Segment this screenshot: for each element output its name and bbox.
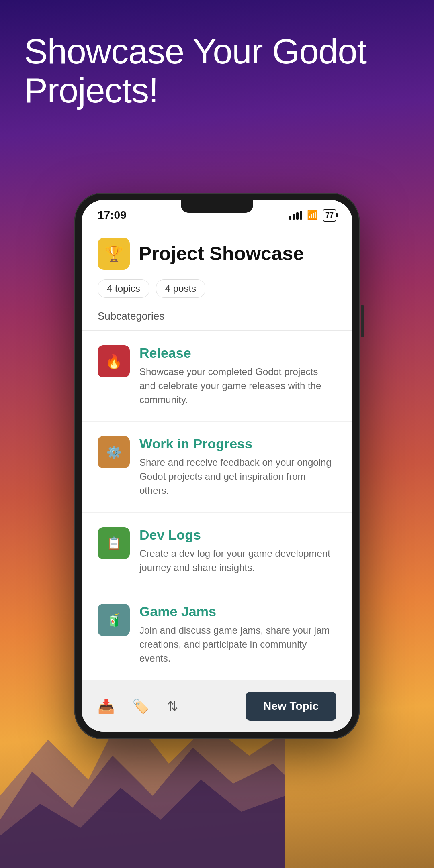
topics-badge[interactable]: 4 topics (98, 279, 149, 298)
battery-icon: 77 (323, 209, 336, 222)
signal-icon (289, 211, 302, 220)
app-content: 🏆 Project Showcase 4 topics 4 posts Subc… (82, 226, 352, 331)
phone-screen: 17:09 📶 77 🏆 Pro (82, 200, 352, 732)
gamejams-icon: 🧃 (98, 604, 130, 636)
devlogs-name: Dev Logs (139, 527, 336, 543)
list-item[interactable]: 📋 Dev Logs Create a dev log for your gam… (82, 513, 352, 590)
release-desc: Showcase your completed Godot projects a… (139, 365, 336, 407)
inbox-icon[interactable]: 📥 (98, 698, 115, 714)
gamejams-name: Game Jams (139, 604, 336, 619)
subcategories-list: 🔥 Release Showcase your completed Godot … (82, 331, 352, 681)
gamejams-text: Game Jams Join and discuss game jams, sh… (139, 604, 336, 665)
tags-icon[interactable]: 🏷️ (132, 698, 149, 714)
app-title: Project Showcase (139, 243, 304, 265)
hero-text: Showcase Your Godot Projects! (24, 32, 410, 110)
phone-mockup: 17:09 📶 77 🏆 Pro (74, 193, 360, 739)
wip-desc: Share and receive feedback on your ongoi… (139, 456, 336, 497)
devlogs-icon: 📋 (98, 527, 130, 559)
devlogs-desc: Create a dev log for your game developme… (139, 547, 336, 575)
wip-text: Work in Progress Share and receive feedb… (139, 436, 336, 497)
sort-icon[interactable]: ⇅ (167, 698, 178, 714)
devlogs-text: Dev Logs Create a dev log for your game … (139, 527, 336, 575)
phone-side-button (361, 305, 364, 337)
list-item[interactable]: ⚙️ Work in Progress Share and receive fe… (82, 422, 352, 512)
status-time: 17:09 (98, 209, 127, 222)
release-text: Release Showcase your completed Godot pr… (139, 345, 336, 407)
list-item[interactable]: 🔥 Release Showcase your completed Godot … (82, 331, 352, 422)
battery-level: 77 (326, 211, 334, 220)
subcategories-label: Subcategories (98, 310, 336, 330)
wip-name: Work in Progress (139, 436, 336, 452)
posts-badge[interactable]: 4 posts (156, 279, 205, 298)
phone-frame: 17:09 📶 77 🏆 Pro (74, 193, 360, 739)
wip-icon: ⚙️ (98, 436, 130, 468)
gamejams-desc: Join and discuss game jams, share your j… (139, 623, 336, 665)
category-icon: 🏆 (98, 238, 130, 270)
wifi-icon: 📶 (307, 210, 318, 220)
release-name: Release (139, 345, 336, 361)
app-header: 🏆 Project Showcase (98, 238, 336, 279)
list-item[interactable]: 🧃 Game Jams Join and discuss game jams, … (82, 589, 352, 680)
release-icon: 🔥 (98, 345, 130, 377)
bottom-icons: 📥 🏷️ ⇅ (98, 698, 178, 714)
new-topic-button[interactable]: New Topic (246, 692, 336, 721)
stats-row: 4 topics 4 posts (98, 279, 336, 310)
status-icons: 📶 77 (289, 209, 336, 222)
phone-notch (181, 200, 253, 213)
hero-title: Showcase Your Godot Projects! (24, 31, 366, 110)
bottom-bar: 📥 🏷️ ⇅ New Topic (82, 681, 352, 732)
